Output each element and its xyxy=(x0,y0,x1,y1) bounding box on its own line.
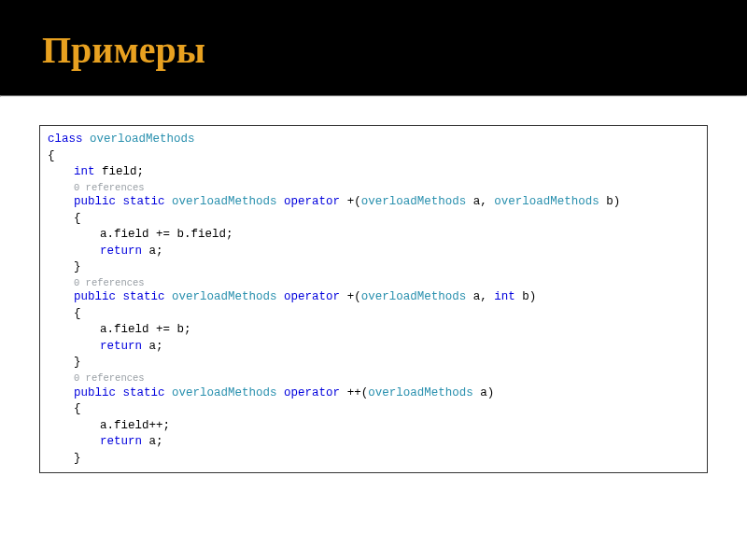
code-line: class overloadMethods xyxy=(48,132,699,148)
keyword-class: class xyxy=(48,133,83,146)
keyword-public: public xyxy=(74,386,116,399)
code-line: public static overloadMethods operator +… xyxy=(48,194,699,211)
code-line: a.field += b; xyxy=(48,322,699,339)
code-line: a.field += b.field; xyxy=(48,227,699,244)
code-text: a; xyxy=(142,435,163,448)
slide-header: Примеры xyxy=(0,0,747,95)
keyword-operator: operator xyxy=(284,290,340,303)
type-overloadMethods: overloadMethods xyxy=(172,290,277,303)
code-line: return a; xyxy=(48,434,699,451)
code-text: b) xyxy=(515,290,537,303)
code-line: public static overloadMethods operator +… xyxy=(48,289,699,306)
type-overloadMethods: overloadMethods xyxy=(361,195,467,208)
code-text: +( xyxy=(340,290,361,303)
code-line: } xyxy=(48,355,699,371)
keyword-static: static xyxy=(123,386,165,399)
keyword-static: static xyxy=(123,290,165,303)
code-box: class overloadMethods { int field; 0 ref… xyxy=(39,125,708,473)
keyword-operator: operator xyxy=(284,386,340,399)
code-text: a, xyxy=(466,195,494,208)
code-text: field; xyxy=(95,165,145,178)
code-text: a) xyxy=(473,386,495,399)
code-line: } xyxy=(48,259,699,276)
keyword-int: int xyxy=(74,165,95,178)
type-overloadMethods: overloadMethods xyxy=(172,386,277,399)
code-line: } xyxy=(48,451,699,468)
code-text: b) xyxy=(599,195,621,208)
keyword-return: return xyxy=(100,340,142,353)
keyword-operator: operator xyxy=(284,195,340,208)
code-line: { xyxy=(48,306,699,323)
code-line: return a; xyxy=(48,339,699,356)
type-overloadMethods: overloadMethods xyxy=(90,133,195,146)
keyword-return: return xyxy=(100,435,142,448)
references-hint: 0 references xyxy=(48,181,699,195)
keyword-public: public xyxy=(74,290,116,303)
type-overloadMethods: overloadMethods xyxy=(494,195,599,208)
code-text: a, xyxy=(466,290,494,303)
code-text: +( xyxy=(340,195,361,208)
code-line: { xyxy=(48,211,699,228)
content-area: class overloadMethods { int field; 0 ref… xyxy=(0,97,747,492)
code-line: { xyxy=(48,401,699,418)
code-text: a; xyxy=(142,245,163,258)
code-line: { xyxy=(48,148,699,165)
slide-title: Примеры xyxy=(42,28,705,72)
type-overloadMethods: overloadMethods xyxy=(368,386,473,399)
code-line: a.field++; xyxy=(48,418,699,435)
keyword-return: return xyxy=(100,245,142,258)
code-line: int field; xyxy=(48,164,699,181)
references-hint: 0 references xyxy=(48,371,699,385)
keyword-public: public xyxy=(74,195,116,208)
code-text: a; xyxy=(142,340,163,353)
references-hint: 0 references xyxy=(48,276,699,290)
keyword-static: static xyxy=(123,195,165,208)
code-line: return a; xyxy=(48,244,699,260)
keyword-int: int xyxy=(494,290,515,303)
code-line: public static overloadMethods operator +… xyxy=(48,385,699,402)
type-overloadMethods: overloadMethods xyxy=(172,195,277,208)
code-text: ++( xyxy=(340,386,368,399)
type-overloadMethods: overloadMethods xyxy=(361,290,467,303)
